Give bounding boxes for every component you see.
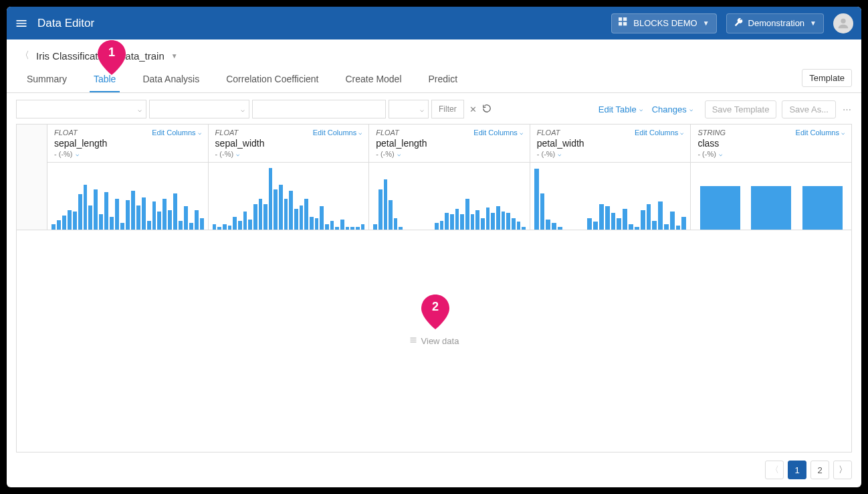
column-dtype: FLOAT [54, 129, 78, 137]
column-stat: - (-%) [215, 150, 234, 158]
chevron-down-icon[interactable]: ⌵ [76, 151, 79, 157]
app-header: Data Editor BLOCKS DEMO ▼ Demonstration … [7, 7, 861, 39]
column-stat: - (-%) [537, 150, 556, 158]
clear-filter-icon[interactable]: ✕ [469, 104, 477, 114]
tab-data-analysis[interactable]: Data Analysis [138, 67, 203, 92]
svg-rect-3 [623, 22, 627, 25]
table-body-empty: View data [16, 230, 852, 452]
svg-point-4 [841, 18, 845, 23]
histogram-sepal-length [47, 163, 208, 230]
edit-columns-button[interactable]: Edit Columns⌵ [473, 129, 522, 137]
chevron-down-icon[interactable]: ⌵ [397, 151, 401, 157]
chevron-down-icon[interactable]: ⌵ [719, 151, 722, 157]
list-icon [409, 336, 417, 346]
column-name: sepal_width [215, 138, 362, 149]
page-prev[interactable]: 〈 [765, 461, 784, 479]
edit-columns-button[interactable]: Edit Columns⌵ [635, 129, 683, 137]
view-data-button[interactable]: View data [409, 336, 459, 346]
column-sepal-width: FLOATEdit Columns⌵ sepal_width - (-%)⌵ [209, 125, 370, 230]
column-stat: - (-%) [697, 150, 716, 158]
breadcrumb: 〈 Iris Classification / data_train ▼ [7, 39, 861, 66]
column-dtype: FLOAT [215, 129, 239, 137]
tab-summary[interactable]: Summary [23, 67, 71, 92]
tab-correlation[interactable]: Correlation Coefficient [222, 67, 322, 92]
histogram-class [691, 163, 851, 230]
template-button[interactable]: Template [802, 69, 852, 87]
chevron-down-icon[interactable]: ⌵ [558, 151, 561, 157]
chevron-down-icon: ⌵ [420, 106, 424, 113]
filter-row: ⌵ ⌵ ⌵ Filter ✕ Edit Table⌵ Changes⌵ Save… [7, 93, 861, 118]
context-label: Demonstration [748, 18, 805, 28]
column-dtype: FLOAT [376, 129, 399, 137]
filter-select-2[interactable]: ⌵ [149, 100, 249, 118]
app-window: Data Editor BLOCKS DEMO ▼ Demonstration … [7, 7, 861, 487]
column-dtype: STRING [697, 129, 726, 137]
filter-button[interactable]: Filter [431, 100, 464, 118]
column-sepal-length: FLOATEdit Columns⌵ sepal_length - (-%)⌵ [47, 125, 209, 230]
chevron-down-icon: ▼ [703, 19, 710, 27]
tabs: Summary Table Data Analysis Correlation … [7, 66, 861, 93]
tab-create-model[interactable]: Create Model [341, 67, 405, 92]
column-class: STRINGEdit Columns⌵ class - (-%)⌵ [691, 125, 851, 230]
save-as-button[interactable]: Save As... [782, 100, 836, 118]
column-name: class [697, 138, 845, 149]
column-petal-length: FLOATEdit Columns⌵ petal_length - (-%)⌵ [369, 125, 530, 230]
histogram-petal-length [369, 163, 530, 230]
pagination: 〈 1 2 〉 [7, 461, 861, 487]
tab-table[interactable]: Table [90, 67, 120, 92]
project-selector[interactable]: BLOCKS DEMO ▼ [611, 13, 716, 33]
histogram-petal-width [530, 163, 691, 230]
chevron-down-icon: ⌵ [138, 106, 142, 113]
save-template-button[interactable]: Save Template [705, 100, 777, 118]
column-petal-width: FLOATEdit Columns⌵ petal_width - (-%)⌵ [530, 125, 691, 230]
histogram-sepal-width [209, 163, 369, 230]
svg-rect-0 [619, 17, 622, 21]
app-title: Data Editor [37, 17, 94, 30]
page-next[interactable]: 〉 [833, 461, 852, 479]
changes-button[interactable]: Changes⌵ [652, 104, 693, 114]
edit-columns-button[interactable]: Edit Columns⌵ [796, 129, 845, 137]
column-dtype: FLOAT [537, 129, 560, 137]
svg-rect-2 [619, 22, 622, 25]
more-icon[interactable]: ⋯ [843, 104, 852, 114]
column-name: petal_width [537, 138, 684, 149]
chevron-down-icon: ⌵ [241, 106, 245, 113]
column-stat: - (-%) [376, 150, 395, 158]
columns-header: FLOATEdit Columns⌵ sepal_length - (-%)⌵ … [16, 124, 852, 230]
avatar[interactable] [833, 13, 853, 33]
filter-input[interactable] [252, 100, 386, 118]
chevron-down-icon[interactable]: ⌵ [236, 151, 239, 157]
context-selector[interactable]: Demonstration ▼ [726, 13, 824, 33]
filter-select-3[interactable]: ⌵ [389, 100, 429, 118]
svg-rect-1 [623, 17, 627, 21]
edit-columns-button[interactable]: Edit Columns⌵ [313, 129, 362, 137]
menu-icon[interactable] [15, 17, 28, 30]
breadcrumb-title[interactable]: Iris Classification / data_train [36, 50, 165, 62]
blocks-icon [619, 17, 628, 29]
filter-select-1[interactable]: ⌵ [16, 100, 146, 118]
page-2[interactable]: 2 [810, 461, 829, 479]
edit-columns-button[interactable]: Edit Columns⌵ [152, 129, 201, 137]
page-1[interactable]: 1 [788, 461, 806, 479]
column-stat: - (-%) [54, 150, 73, 158]
column-name: petal_length [376, 138, 523, 149]
project-label: BLOCKS DEMO [633, 18, 697, 28]
chevron-down-icon[interactable]: ▼ [171, 52, 178, 60]
refresh-icon[interactable] [482, 104, 492, 115]
chevron-down-icon: ▼ [810, 19, 817, 27]
back-button[interactable]: 〈 [20, 50, 29, 62]
tab-predict[interactable]: Predict [425, 67, 462, 92]
row-header-column [17, 125, 47, 230]
wrench-icon [734, 17, 743, 29]
column-name: sepal_length [54, 138, 201, 149]
edit-table-button[interactable]: Edit Table⌵ [599, 104, 643, 114]
